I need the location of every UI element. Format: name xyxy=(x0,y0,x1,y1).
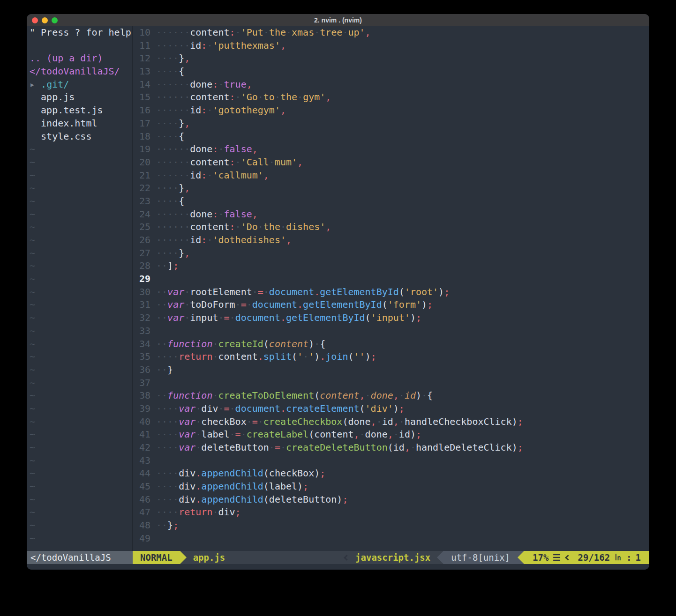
code-line[interactable]: 47····return·div; xyxy=(133,506,649,519)
code-line[interactable]: 43 xyxy=(133,454,649,468)
token: div xyxy=(201,403,218,414)
whitespace-dots: · xyxy=(258,91,263,103)
minimize-button[interactable] xyxy=(42,17,48,23)
token: createElement xyxy=(286,403,360,414)
code-line[interactable]: 30··var·rootElement·=·document.getElemen… xyxy=(133,286,649,299)
line-number: 43 xyxy=(133,454,150,468)
code-line[interactable]: 26······id:·'dothedishes', xyxy=(133,234,649,247)
explorer-item-app-js[interactable]: app.js xyxy=(27,91,132,104)
code-text: ······content:·'Put·the·xmas·tree·up', xyxy=(156,26,371,39)
whitespace-dots: · xyxy=(280,221,286,232)
token: ······ xyxy=(156,221,190,232)
code-line[interactable]: 20······content:·'Call·mum', xyxy=(133,156,649,169)
token: ) xyxy=(337,494,342,505)
token: ; xyxy=(303,481,308,492)
code-text: ····var·checkBox·=·createCheckbox(done,·… xyxy=(156,416,523,429)
code-line[interactable]: 44····div.appendChild(checkBox); xyxy=(133,467,649,480)
code-line[interactable]: 24······done:·false, xyxy=(133,208,649,221)
code-line[interactable]: 48··}; xyxy=(133,519,649,532)
code-line[interactable]: 12····}, xyxy=(133,52,649,65)
code-line[interactable]: 33 xyxy=(133,325,649,338)
token: getElementById xyxy=(320,286,399,297)
explorer-item-index-html[interactable]: index.html xyxy=(27,117,132,130)
code-line[interactable]: 38··function·createToDoElement(content,·… xyxy=(133,389,649,402)
explorer-current-dir[interactable]: </todoVanillaJS/ xyxy=(27,65,132,78)
code-line[interactable]: 21······id:·'callmum', xyxy=(133,169,649,182)
token: ) xyxy=(393,403,399,414)
code-line[interactable]: 29 xyxy=(133,273,649,286)
token: = xyxy=(275,442,280,453)
code-line[interactable]: 11······id:·'putthexmas', xyxy=(133,39,649,52)
code-line[interactable]: 31··var·toDoForm·=·document.getElementBy… xyxy=(133,298,649,312)
line-number: 39 xyxy=(133,402,150,416)
code-line[interactable]: 27····}, xyxy=(133,247,649,260)
code-line[interactable]: 16······id:·'gotothegym', xyxy=(133,104,649,117)
code-line[interactable]: 42····var·deleteButton·=·createDeleteBut… xyxy=(133,441,649,454)
line-number: 49 xyxy=(133,532,150,545)
code-line[interactable]: 25······content:·'Do·the·dishes', xyxy=(133,221,649,234)
explorer-item-app-test-js[interactable]: app.test.js xyxy=(27,104,132,117)
code-line[interactable]: 15······content:·'Go·to·the·gym', xyxy=(133,91,649,104)
code-line[interactable]: 45····div.appendChild(label); xyxy=(133,480,649,493)
code-line[interactable]: 19······done:·false, xyxy=(133,143,649,156)
token: = xyxy=(224,403,230,414)
token: done xyxy=(190,143,212,155)
code-line[interactable]: 28··]; xyxy=(133,260,649,273)
code-line[interactable]: 36··} xyxy=(133,364,649,377)
token: done xyxy=(190,79,212,90)
editor-pane[interactable]: 10······content:·'Put·the·xmas·tree·up',… xyxy=(133,26,649,551)
token: ······ xyxy=(156,208,190,220)
token: var xyxy=(179,429,195,440)
whitespace-dots: · xyxy=(263,27,269,38)
filler-tilde: ~ xyxy=(27,182,132,195)
code-line[interactable]: 17····}, xyxy=(133,117,649,130)
token: div xyxy=(179,481,195,492)
whitespace-dots: · xyxy=(218,143,224,155)
thin-separator-icon xyxy=(565,555,571,561)
code-line[interactable]: 14······done:·true, xyxy=(133,78,649,91)
token: false xyxy=(224,143,252,155)
code-text: ······id:·'putthexmas', xyxy=(156,39,286,52)
token: ( xyxy=(292,351,297,362)
window-titlebar[interactable]: 2. nvim . (nvim) xyxy=(27,14,649,26)
token: · xyxy=(230,403,235,414)
close-button[interactable] xyxy=(32,17,38,23)
token: · xyxy=(421,390,427,401)
token: ·· xyxy=(156,286,167,297)
token: · xyxy=(230,312,235,323)
explorer-item-style-css[interactable]: style.css xyxy=(27,130,132,143)
code-line[interactable]: 22····}, xyxy=(133,182,649,195)
token: ······ xyxy=(156,91,190,103)
whitespace-dots: · xyxy=(241,429,247,440)
code-line[interactable]: 35····return·content.split('·').join('')… xyxy=(133,350,649,364)
code-text: ··}; xyxy=(156,519,179,532)
code-line[interactable]: 34··function·createId(content)·{ xyxy=(133,338,649,351)
explorer-blank xyxy=(27,39,132,52)
code-line[interactable]: 10······content:·'Put·the·xmas·tree·up', xyxy=(133,26,649,39)
token: , xyxy=(184,118,190,129)
line-number: 10 xyxy=(133,26,150,39)
token: = xyxy=(224,312,230,323)
code-line[interactable]: 40····var·checkBox·=·createCheckbox(done… xyxy=(133,416,649,429)
line-number: 21 xyxy=(133,169,150,182)
code-line[interactable]: 39····var·div·=·document.createElement('… xyxy=(133,402,649,416)
file-explorer-pane[interactable]: " Press ? for help .. (up a dir)</todoVa… xyxy=(27,26,132,551)
code-line[interactable]: 46····div.appendChild(deleteButton); xyxy=(133,493,649,506)
line-number: 20 xyxy=(133,156,150,169)
zoom-button[interactable] xyxy=(52,17,58,23)
token: ( xyxy=(263,481,269,492)
explorer-item-up-dir[interactable]: .. (up a dir) xyxy=(27,52,132,65)
whitespace-dots: ······ xyxy=(156,143,190,155)
code-line[interactable]: 32··var·input·=·document.getElementById(… xyxy=(133,312,649,325)
code-line[interactable]: 23····{ xyxy=(133,195,649,208)
code-line[interactable]: 13····{ xyxy=(133,65,649,78)
token: ) xyxy=(308,338,314,349)
explorer-item-git-dir[interactable]: ▸ .git/ xyxy=(27,78,132,91)
code-line[interactable]: 49 xyxy=(133,532,649,545)
whitespace-dots: ······ xyxy=(156,156,190,168)
command-line[interactable] xyxy=(27,564,649,570)
code-line[interactable]: 37 xyxy=(133,377,649,390)
code-line[interactable]: 41····var·label·=·createLabel(content,·d… xyxy=(133,428,649,441)
line-number: 47 xyxy=(133,506,150,519)
code-line[interactable]: 18····{ xyxy=(133,130,649,143)
